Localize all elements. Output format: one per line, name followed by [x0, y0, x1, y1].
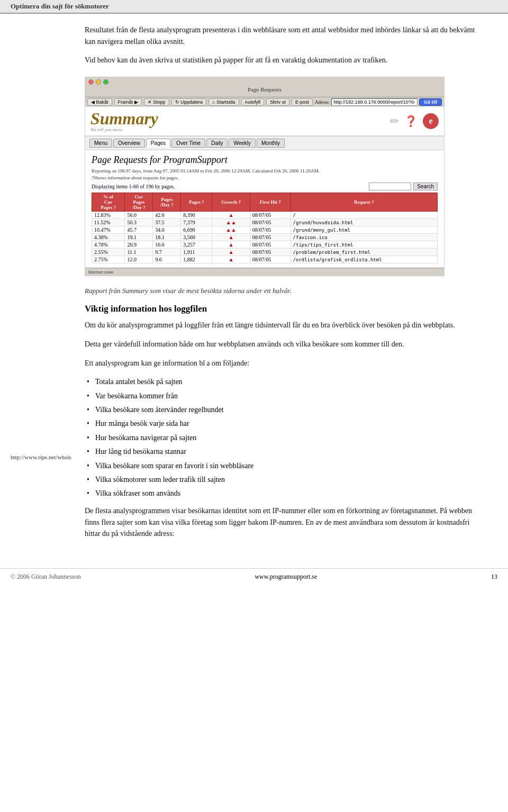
nav-weekly[interactable]: Weekly — [229, 139, 256, 148]
nav-pages[interactable]: Pages — [146, 139, 170, 148]
cell-pct: 12.83% — [92, 212, 125, 219]
summary-content-area: Page Requests for ProgramSupport Reporti… — [85, 150, 444, 268]
search-button[interactable]: Search — [413, 183, 438, 190]
cell-pages: 1,882 — [181, 256, 212, 263]
status-text: Internet zone — [88, 269, 113, 275]
displaying-bar: Displaying items 1-60 of 196 by pages. S… — [92, 183, 438, 190]
cell-first-hit: 08/07/05 — [250, 256, 291, 263]
address-label: Adress: — [315, 99, 330, 105]
table-row: 4.38% 19.1 18.1 3,560 ▲ 08/07/05 /favico… — [92, 234, 438, 241]
browser-title: Page Requests — [88, 86, 441, 93]
stop-button[interactable]: ✕ Stopp — [144, 98, 169, 106]
col-request: Request ? — [291, 193, 437, 212]
browser-toolbar: ◀ Bakåt Framåt ▶ ✕ Stopp ↻ Uppdatera ⌂ S… — [85, 97, 444, 107]
cell-request: /tips/tips_first.html — [291, 241, 437, 249]
sidebar-link[interactable]: http://www.ripe.net/whois — [11, 454, 71, 460]
intro-para2: Vid behov kan du även skriva ut statisti… — [85, 54, 476, 66]
home-button[interactable]: ⌂ Startsida — [208, 98, 239, 106]
reporting-line2: ?Shows information about requests for pa… — [92, 175, 438, 181]
cell-cur: 12.0 — [125, 256, 153, 263]
cell-pages-day: 18.1 — [153, 234, 181, 241]
cell-cur: 19.1 — [125, 234, 153, 241]
cell-cur: 56.0 — [125, 212, 153, 219]
cell-first-hit: 08/07/05 — [250, 249, 291, 256]
reporting-info: Reporting on 196.97 days, from Aug 07, 2… — [92, 168, 438, 181]
cell-cur: 50.3 — [125, 219, 153, 226]
address-input[interactable] — [331, 98, 418, 106]
cell-growth: ▲▲ — [212, 219, 250, 226]
cell-pct: 10.47% — [92, 226, 125, 234]
section-heading: Viktig information hos loggfilen — [85, 304, 476, 314]
search-input[interactable] — [369, 183, 411, 190]
cell-first-hit: 08/07/05 — [250, 234, 291, 241]
cell-pct: 4.78% — [92, 241, 125, 249]
minimize-button-icon[interactable] — [96, 79, 101, 85]
list-item: Hur lång tid besökarna stannar — [85, 446, 476, 458]
cell-pages-day: 9.6 — [153, 256, 181, 263]
browser-screenshot: Page Requests ◀ Bakåt Framåt ▶ ✕ Stopp ↻… — [85, 77, 444, 276]
col-pages: Pages ? — [181, 193, 212, 212]
page-number: 13 — [491, 573, 497, 581]
cell-pages: 7,379 — [181, 219, 212, 226]
page-header: Optimera din sajt för sökmotorer — [0, 0, 508, 14]
cell-request: /problem/problem_first.html — [291, 249, 437, 256]
reporting-line1: Reporting on 196.97 days, from Aug 07, 2… — [92, 168, 438, 175]
section-para3: Ett analysprogram kan ge information bl … — [85, 358, 476, 369]
table-row: 2.55% 11.1 9.7 1,911 ▲ 08/07/05 /problem… — [92, 249, 438, 256]
cell-pages-day: 9.7 — [153, 249, 181, 256]
maximize-button-icon[interactable] — [103, 79, 108, 85]
cell-growth: ▲▲ — [212, 226, 250, 234]
back-button[interactable]: ◀ Bakåt — [87, 98, 112, 106]
table-header: % ofCurPages ? CurPages/Day ? Pages/Day … — [92, 193, 438, 212]
nav-menu[interactable]: Menu — [89, 139, 112, 148]
cell-first-hit: 08/07/05 — [250, 219, 291, 226]
forward-button[interactable]: Framåt ▶ — [114, 98, 142, 106]
search-box: Search — [369, 183, 438, 190]
for-label: for — [150, 154, 161, 165]
close-button-icon[interactable] — [88, 79, 94, 85]
cell-cur: 11.1 — [125, 249, 153, 256]
footer-website[interactable]: www.programsupport.se — [255, 573, 317, 581]
cell-pages: 6,690 — [181, 226, 212, 234]
cell-pages-day: 42.6 — [153, 212, 181, 219]
list-item: Hur besökarna navigerar på sajten — [85, 432, 476, 444]
summary-logo: Summary — [90, 110, 158, 127]
screenshot-caption: Rapport från Summary som visar de mest b… — [85, 287, 476, 295]
list-item: Totala antalet besök på sajten — [85, 376, 476, 388]
cell-pct: 11.52% — [92, 219, 125, 226]
cell-request: / — [291, 212, 437, 219]
table-row: 4.78% 20.9 16.6 3,257 ▲ 08/07/05 /tips/t… — [92, 241, 438, 249]
go-button[interactable]: Gå till — [419, 98, 442, 106]
list-item: Hur många besök varje sida har — [85, 418, 476, 430]
browser-chrome: Page Requests — [85, 77, 444, 97]
summary-website: Summary We tell you more. ✏ ❓ e Menu Ove… — [85, 107, 444, 268]
nav-monthly[interactable]: Monthly — [257, 139, 285, 148]
e-icon: e — [423, 113, 439, 129]
cell-cur: 45.7 — [125, 226, 153, 234]
nav-daily[interactable]: Daily — [206, 139, 228, 148]
cell-pages: 3,257 — [181, 241, 212, 249]
section-para2: Detta ger värdefull information både om … — [85, 339, 476, 350]
cell-pages: 3,560 — [181, 234, 212, 241]
cell-growth: ▲ — [212, 256, 250, 263]
list-item: Vilka besökare som återvänder regelbunde… — [85, 404, 476, 416]
email-button[interactable]: E-post — [292, 98, 313, 106]
cell-first-hit: 08/07/05 — [250, 226, 291, 234]
cell-pct: 2.55% — [92, 249, 125, 256]
cell-pages-day: 16.6 — [153, 241, 181, 249]
nav-over-time[interactable]: Over Time — [171, 139, 205, 148]
cell-pages-day: 34.0 — [153, 226, 181, 234]
table-row: 11.52% 50.3 37.5 7,379 ▲▲ 08/07/05 /grun… — [92, 219, 438, 226]
autofill-button[interactable]: Autofyll — [241, 98, 265, 106]
print-button[interactable]: Skriv ut — [266, 98, 289, 106]
cell-request: /ordlista/grafisk_ordlista.html — [291, 256, 437, 263]
col-pct: % ofCurPages ? — [92, 193, 125, 212]
cell-request: /favicon.ico — [291, 234, 437, 241]
cell-growth: ▲ — [212, 249, 250, 256]
cell-growth: ▲ — [212, 241, 250, 249]
header-icons: ✏ ❓ e — [390, 113, 439, 129]
summary-nav: Menu Overview Pages Over Time Daily Week… — [85, 136, 444, 150]
cell-cur: 20.9 — [125, 241, 153, 249]
nav-overview[interactable]: Overview — [113, 139, 145, 148]
refresh-button[interactable]: ↻ Uppdatera — [171, 98, 207, 106]
